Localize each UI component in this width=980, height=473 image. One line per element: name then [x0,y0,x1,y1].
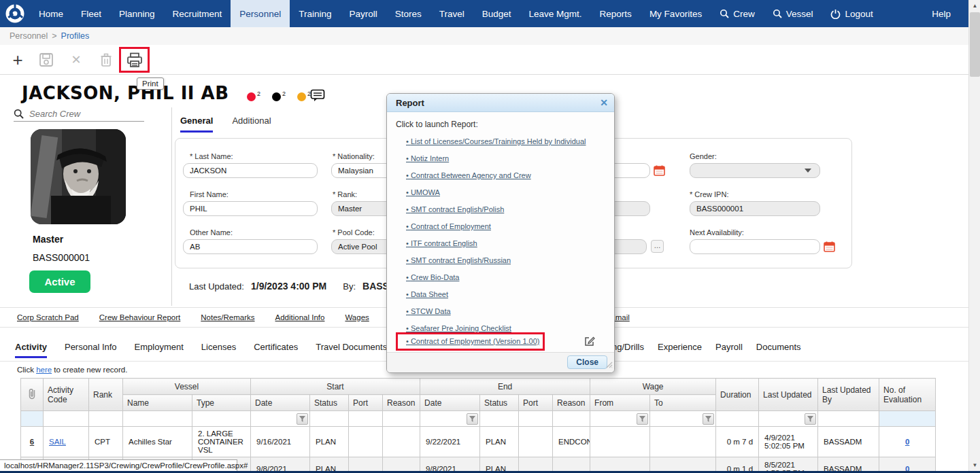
tab-experience[interactable]: Experience [658,342,702,356]
column-header-activity-code[interactable]: Activity Code [44,379,89,411]
tab-payroll[interactable]: Payroll [715,342,743,356]
search-crew-input[interactable] [29,109,138,119]
attachment-column-header[interactable] [21,379,44,411]
filter-cell-end-date[interactable] [420,411,480,427]
report-link-notiz-intern[interactable]: Notiz Intern [406,154,449,162]
report-link-seafarer-pre-joining-checklist[interactable]: Seafarer Pre Joining Checklist [406,324,511,332]
report-link-smt-english-polish[interactable]: SMT contract English/Polish [406,205,504,213]
report-link-crew-bio-data[interactable]: Crew Bio-Data [406,273,459,281]
report-link-contract-of-employment[interactable]: Contract of Employment [406,222,491,230]
filter-cell-wage-from[interactable] [590,411,650,427]
filter-funnel-icon[interactable] [703,413,714,425]
tab-employment[interactable]: Employment [135,342,184,358]
column-header-end-status[interactable]: Status [480,395,519,411]
tab-travel-documents[interactable]: Travel Documents [316,342,387,358]
edit-report-button[interactable] [584,336,595,349]
filter-cell-end-status[interactable] [480,411,519,427]
app-logo-icon[interactable] [0,0,30,27]
close-button[interactable]: Close [567,355,607,369]
scroll-up-arrow-icon[interactable]: ▲ [969,0,980,12]
save-button[interactable] [37,50,56,69]
tab-personal-info[interactable]: Personal Info [65,342,117,358]
nav-item-planning[interactable]: Planning [110,0,164,27]
nav-item-payroll[interactable]: Payroll [340,0,386,27]
lookup-ellipsis-button[interactable]: … [651,240,664,253]
tab-activity[interactable]: Activity [15,342,47,358]
nav-item-home[interactable]: Home [30,0,72,27]
breadcrumb-parent[interactable]: Personnel [10,31,48,41]
resize-grip[interactable] [605,359,613,371]
print-button[interactable] [125,50,144,69]
nav-item-budget[interactable]: Budget [473,0,520,27]
link-corp-scratch-pad[interactable]: Corp Scratch Pad [17,313,79,321]
filter-cell-last-updated-by[interactable] [818,411,879,427]
breadcrumb-current[interactable]: Profiles [61,31,90,41]
comments-button[interactable] [310,89,325,105]
calendar-icon[interactable] [824,241,835,252]
filter-cell-end-reason[interactable] [553,411,590,427]
link-additional-info[interactable]: Additional Info [275,313,325,321]
red-badge[interactable]: 2 [247,90,260,101]
column-header-start-date[interactable]: Date [251,395,310,411]
nav-item-recruitment[interactable]: Recruitment [164,0,231,27]
scroll-down-arrow-icon[interactable]: ▼ [969,459,980,471]
black-badge[interactable]: 2 [272,90,286,101]
column-header-wage-from[interactable]: From [590,395,650,411]
filter-funnel-icon[interactable] [297,413,308,425]
column-header-duration[interactable]: Duration [716,379,759,411]
table-row[interactable]: 6 SAIL CPT Achilles Star 2. LARGE CONTAI… [21,427,936,457]
filter-cell-evaluation[interactable] [879,411,936,427]
report-link-smt-english-russian[interactable]: SMT contract English/Russian [406,256,511,264]
report-link-data-sheet[interactable]: Data Sheet [406,290,448,298]
filter-funnel-icon[interactable] [467,413,478,425]
nav-item-vessel-search[interactable]: Vessel [764,0,822,27]
link-wages[interactable]: Wages [345,313,369,321]
filter-cell-wage-to[interactable] [650,411,716,427]
report-dialog-header[interactable]: Report ✕ [387,94,614,112]
column-header-last-updated-by[interactable]: Last Updated By [818,379,879,411]
column-header-no-of-evaluation[interactable]: No. of Evaluation [879,379,936,411]
nav-item-help[interactable]: Help [923,0,960,27]
attachment-count-link[interactable]: 6 [27,438,37,446]
filter-cell-rank[interactable] [89,411,123,427]
filter-cell-attachment[interactable] [21,411,44,427]
filter-cell-vessel-name[interactable] [123,411,192,427]
next-availability-input[interactable] [690,239,820,254]
tab-documents[interactable]: Documents [756,342,801,356]
scrollbar-thumb[interactable] [970,12,980,77]
chevron-down-icon[interactable] [805,169,811,173]
report-link-itf-contract-english[interactable]: ITF contract English [406,239,477,247]
column-header-wage-to[interactable]: To [650,395,716,411]
filter-funnel-icon[interactable] [637,413,648,425]
crew-ipn-input[interactable] [690,201,820,216]
group-header-vessel[interactable]: Vessel [123,379,251,395]
column-header-end-reason[interactable]: Reason [553,395,590,411]
filter-cell-duration[interactable] [716,411,759,427]
tab-licenses[interactable]: Licenses [201,342,236,358]
first-name-input[interactable] [183,201,318,216]
tab-general[interactable]: General [180,116,213,133]
cancel-button[interactable]: ✕ [67,50,86,69]
report-link-contract-agency-crew[interactable]: Contract Between Agency and Crew [406,171,531,179]
nav-item-fleet[interactable]: Fleet [72,0,110,27]
column-header-end-date[interactable]: Date [420,395,480,411]
create-record-link[interactable]: here [36,366,52,374]
delete-button[interactable] [97,50,116,69]
nav-item-logout[interactable]: Logout [822,0,881,27]
group-header-wage[interactable]: Wage [590,379,716,395]
column-header-start-port[interactable]: Port [349,395,383,411]
vertical-scrollbar[interactable]: ▲ ▼ [968,0,980,471]
status-active-button[interactable]: Active [29,270,90,293]
crew-photo[interactable] [31,129,126,224]
column-header-rank[interactable]: Rank [89,379,123,411]
other-name-input[interactable] [183,239,318,254]
group-header-end[interactable]: End [420,379,590,395]
gender-select[interactable] [690,163,820,178]
last-name-input[interactable] [183,163,318,178]
column-header-start-reason[interactable]: Reason [383,395,420,411]
add-record-button[interactable]: + [8,50,27,69]
column-header-last-updated[interactable]: Last Updated [759,379,818,411]
nav-item-crew-search[interactable]: Crew [711,0,764,27]
nav-item-reports[interactable]: Reports [591,0,641,27]
evaluation-count-link[interactable]: 0 [905,438,909,446]
